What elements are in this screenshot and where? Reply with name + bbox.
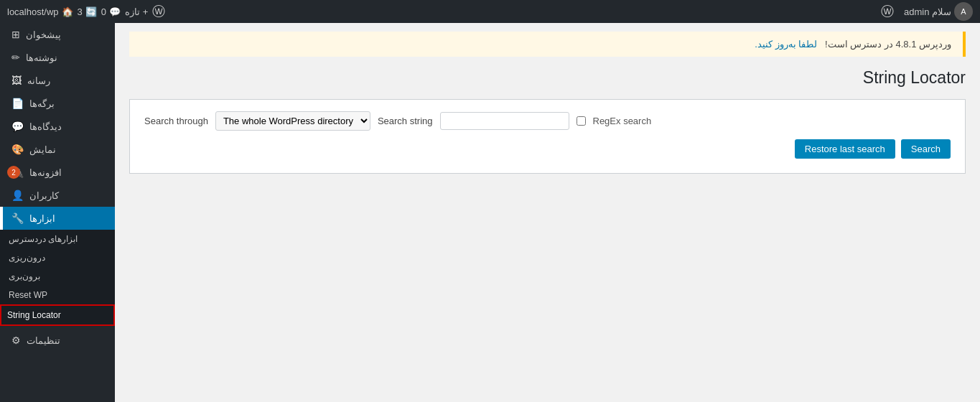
pages-icon: 📄 [11, 98, 24, 109]
restore-last-search-button[interactable]: Restore last search [795, 139, 895, 159]
sub-reset-wp-label: Reset WP [9, 290, 47, 300]
plugins-badge: 2 [7, 166, 20, 179]
sidebar-label-dashboard: پیشخوان [26, 29, 61, 40]
search-through-select[interactable]: The whole WordPress directory [215, 111, 370, 131]
sidebar-item-users[interactable]: کاربران 👤 [0, 184, 115, 207]
sidebar-label-tools: ابزارها [29, 213, 55, 224]
sidebar-label-comments: دیدگاه‌ها [29, 121, 62, 132]
update-notice: وردپرس 4.8.1 در دسترس است! لطفا به‌روز ک… [129, 32, 966, 57]
sidebar-label-media: رسانه [27, 75, 50, 86]
sidebar-label-pages: برگه‌ها [29, 98, 55, 109]
sidebar-sub-available-tools[interactable]: ابزارهای دردسترس [0, 230, 115, 248]
sidebar-item-dashboard[interactable]: پیشخوان ⊞ [0, 23, 115, 46]
sidebar-item-media[interactable]: رسانه 🖼 [0, 69, 115, 92]
sidebar-sub-reset-wp[interactable]: Reset WP [0, 286, 115, 304]
adminbar-comments[interactable]: 💬 0 [101, 6, 121, 17]
sidebar-sub-import[interactable]: درون‌ریزی [0, 248, 115, 267]
media-icon: 🖼 [11, 75, 22, 86]
search-button[interactable]: Search [901, 139, 951, 159]
appearance-icon: 🎨 [11, 144, 24, 155]
user-avatar: A [954, 2, 973, 21]
wp-logo[interactable]: ⓦ [152, 3, 165, 20]
dashboard-icon: ⊞ [11, 29, 20, 40]
sidebar-item-tools[interactable]: ابزارها 🔧 [0, 207, 115, 230]
notice-link[interactable]: لطفا به‌روز کنید. [755, 39, 817, 50]
sidebar-sub-export[interactable]: برون‌بری [0, 267, 115, 286]
sidebar-item-appearance[interactable]: نمایش 🎨 [0, 138, 115, 161]
search-string-label: Search string [378, 116, 433, 126]
sidebar-item-settings[interactable]: تنظیمات ⚙ [0, 329, 115, 352]
users-icon: 👤 [11, 190, 24, 201]
notice-text: وردپرس 4.8.1 در دسترس است! [825, 39, 951, 50]
sidebar-item-posts[interactable]: نوشته‌ها ✏ [0, 46, 115, 69]
comments-count: 0 [101, 6, 106, 17]
sidebar-sub-string-locator[interactable]: String Locator [0, 304, 115, 326]
comments-icon: 💬 [11, 121, 24, 132]
posts-icon: ✏ [11, 52, 20, 63]
sidebar-label-plugins: افزونه‌ها [29, 167, 62, 178]
wp-icon: ⓦ [881, 3, 894, 20]
home-icon: 🏠 [62, 6, 73, 17]
search-string-input[interactable] [440, 112, 569, 130]
settings-icon: ⚙ [11, 335, 21, 346]
adminbar-site[interactable]: 🏠 localhost/wp [7, 6, 73, 17]
tools-icon: 🔧 [11, 212, 24, 224]
sidebar-label-settings: تنظیمات [27, 335, 60, 346]
sidebar: پیشخوان ⊞ نوشته‌ها ✏ رسانه 🖼 برگه‌ها 📄 د… [0, 23, 115, 402]
search-panel: Search through The whole WordPress direc… [129, 99, 966, 174]
adminbar-user[interactable]: A سلام admin [904, 2, 973, 21]
sub-export-label: برون‌بری [9, 271, 40, 281]
sidebar-label-posts: نوشته‌ها [26, 52, 57, 63]
sub-import-label: درون‌ریزی [9, 253, 45, 263]
sidebar-item-pages[interactable]: برگه‌ها 📄 [0, 92, 115, 115]
admin-bar: ⓦ + تازه 💬 0 🔄 3 🏠 localhost/wp A سلام a… [0, 0, 980, 23]
sub-available-tools-label: ابزارهای دردسترس [9, 234, 78, 244]
regex-checkbox[interactable] [577, 116, 586, 126]
sidebar-item-plugins[interactable]: افزونه‌ها 🔌 2 [0, 161, 115, 184]
plugin-title: String Locator [129, 68, 966, 88]
main-content: وردپرس 4.8.1 در دسترس است! لطفا به‌روز ک… [115, 23, 980, 402]
comment-icon: 💬 [109, 6, 121, 17]
site-label: localhost/wp [7, 6, 59, 17]
adminbar-new[interactable]: + تازه [125, 6, 148, 17]
regex-label: RegEx search [593, 116, 652, 126]
user-label: سلام admin [904, 6, 951, 17]
sub-string-locator-label: String Locator [7, 310, 61, 320]
sidebar-label-appearance: نمایش [29, 144, 56, 155]
adminbar-updates[interactable]: 🔄 3 [78, 6, 97, 17]
updates-icon: 🔄 [85, 6, 97, 17]
sidebar-item-comments[interactable]: دیدگاه‌ها 💬 [0, 115, 115, 138]
adminbar-new-label: + تازه [125, 6, 148, 17]
updates-count: 3 [78, 6, 83, 17]
sidebar-label-users: کاربران [29, 190, 59, 201]
search-actions: Restore last search Search [144, 139, 951, 159]
search-through-label: Search through [144, 116, 208, 126]
